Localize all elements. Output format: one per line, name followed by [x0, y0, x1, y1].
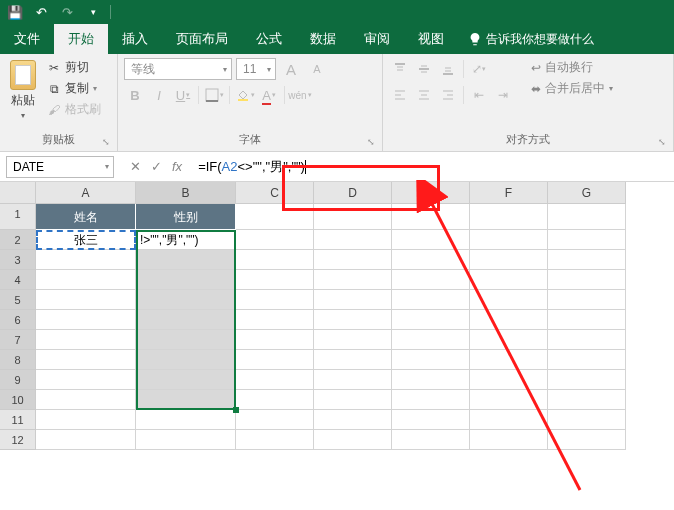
cell[interactable]: [392, 390, 470, 410]
cell[interactable]: [470, 410, 548, 430]
cell[interactable]: [392, 430, 470, 450]
cell[interactable]: [470, 250, 548, 270]
row-header-2[interactable]: 2: [0, 230, 36, 250]
fx-icon[interactable]: fx: [172, 159, 182, 174]
tab-review[interactable]: 审阅: [350, 24, 404, 54]
font-name-select[interactable]: 等线▾: [124, 58, 232, 80]
cell[interactable]: [236, 330, 314, 350]
wrap-text-button[interactable]: ↩ 自动换行: [528, 58, 616, 77]
cell-A8[interactable]: [36, 350, 136, 370]
row-header-10[interactable]: 10: [0, 390, 36, 410]
cell-A3[interactable]: [36, 250, 136, 270]
fill-color-button[interactable]: [234, 84, 256, 106]
cell[interactable]: [392, 410, 470, 430]
cell-A4[interactable]: [36, 270, 136, 290]
cell[interactable]: [236, 410, 314, 430]
cell[interactable]: [548, 330, 626, 350]
cell-G1[interactable]: [548, 204, 626, 230]
col-header-F[interactable]: F: [470, 182, 548, 204]
cell[interactable]: [392, 330, 470, 350]
paste-button[interactable]: 粘贴 ▾: [6, 58, 40, 122]
cell[interactable]: [548, 350, 626, 370]
cell-B5[interactable]: [136, 290, 236, 310]
row-header-12[interactable]: 12: [0, 430, 36, 450]
tab-view[interactable]: 视图: [404, 24, 458, 54]
cell[interactable]: [548, 250, 626, 270]
cell-F2[interactable]: [470, 230, 548, 250]
fill-handle[interactable]: [233, 407, 239, 413]
col-header-B[interactable]: B: [136, 182, 236, 204]
cell[interactable]: [392, 370, 470, 390]
cell-E1[interactable]: [392, 204, 470, 230]
cell[interactable]: [392, 270, 470, 290]
cell-D1[interactable]: [314, 204, 392, 230]
shrink-font-button[interactable]: A: [306, 58, 328, 80]
row-header-1[interactable]: 1: [0, 204, 36, 230]
cell[interactable]: [314, 350, 392, 370]
cut-button[interactable]: ✂ 剪切: [44, 58, 104, 77]
align-center-button[interactable]: [413, 84, 435, 106]
tab-data[interactable]: 数据: [296, 24, 350, 54]
cell-B8[interactable]: [136, 350, 236, 370]
cell[interactable]: [392, 250, 470, 270]
cell-A10[interactable]: [36, 390, 136, 410]
cell[interactable]: [236, 430, 314, 450]
cell[interactable]: [548, 410, 626, 430]
cell[interactable]: [236, 350, 314, 370]
cell[interactable]: [314, 370, 392, 390]
row-header-9[interactable]: 9: [0, 370, 36, 390]
cell-B9[interactable]: [136, 370, 236, 390]
name-box[interactable]: DATE ▾: [6, 156, 114, 178]
cell[interactable]: [548, 430, 626, 450]
cell-B6[interactable]: [136, 310, 236, 330]
cell-A6[interactable]: [36, 310, 136, 330]
cell[interactable]: [548, 390, 626, 410]
align-top-button[interactable]: [389, 58, 411, 80]
align-right-button[interactable]: [437, 84, 459, 106]
dialog-launcher-icon[interactable]: ⤡: [366, 137, 376, 147]
cell-A7[interactable]: [36, 330, 136, 350]
align-left-button[interactable]: [389, 84, 411, 106]
cell-B11[interactable]: [136, 410, 236, 430]
cell-A12[interactable]: [36, 430, 136, 450]
decrease-indent-button[interactable]: ⇤: [468, 84, 490, 106]
cell[interactable]: [236, 270, 314, 290]
row-header-3[interactable]: 3: [0, 250, 36, 270]
cell[interactable]: [314, 430, 392, 450]
save-icon[interactable]: 💾: [6, 3, 24, 21]
font-size-select[interactable]: 11▾: [236, 58, 276, 80]
cell-A9[interactable]: [36, 370, 136, 390]
cell-D2[interactable]: [314, 230, 392, 250]
cell-B1[interactable]: 性别: [136, 204, 236, 230]
cell-B2[interactable]: !>"","男",""): [136, 230, 236, 250]
col-header-G[interactable]: G: [548, 182, 626, 204]
cell-B10[interactable]: [136, 390, 236, 410]
redo-icon[interactable]: ↷: [58, 3, 76, 21]
cell[interactable]: [392, 310, 470, 330]
cell-C1[interactable]: [236, 204, 314, 230]
col-header-A[interactable]: A: [36, 182, 136, 204]
undo-icon[interactable]: ↶: [32, 3, 50, 21]
row-header-11[interactable]: 11: [0, 410, 36, 430]
cell-A11[interactable]: [36, 410, 136, 430]
cell[interactable]: [548, 270, 626, 290]
dialog-launcher-icon[interactable]: ⤡: [101, 137, 111, 147]
cell[interactable]: [470, 330, 548, 350]
font-color-button[interactable]: A: [258, 84, 280, 106]
cell[interactable]: [548, 370, 626, 390]
cell[interactable]: [470, 370, 548, 390]
cell[interactable]: [548, 310, 626, 330]
cell[interactable]: [236, 250, 314, 270]
cell-B3[interactable]: [136, 250, 236, 270]
qat-dropdown-icon[interactable]: ▾: [84, 3, 102, 21]
cell-G2[interactable]: [548, 230, 626, 250]
cell[interactable]: [236, 310, 314, 330]
merge-center-button[interactable]: ⬌ 合并后居中 ▾: [528, 79, 616, 98]
cell[interactable]: [314, 310, 392, 330]
cell[interactable]: [314, 330, 392, 350]
cell[interactable]: [314, 270, 392, 290]
phonetic-button[interactable]: wén: [289, 84, 311, 106]
col-header-C[interactable]: C: [236, 182, 314, 204]
tab-home[interactable]: 开始: [54, 24, 108, 54]
row-header-6[interactable]: 6: [0, 310, 36, 330]
